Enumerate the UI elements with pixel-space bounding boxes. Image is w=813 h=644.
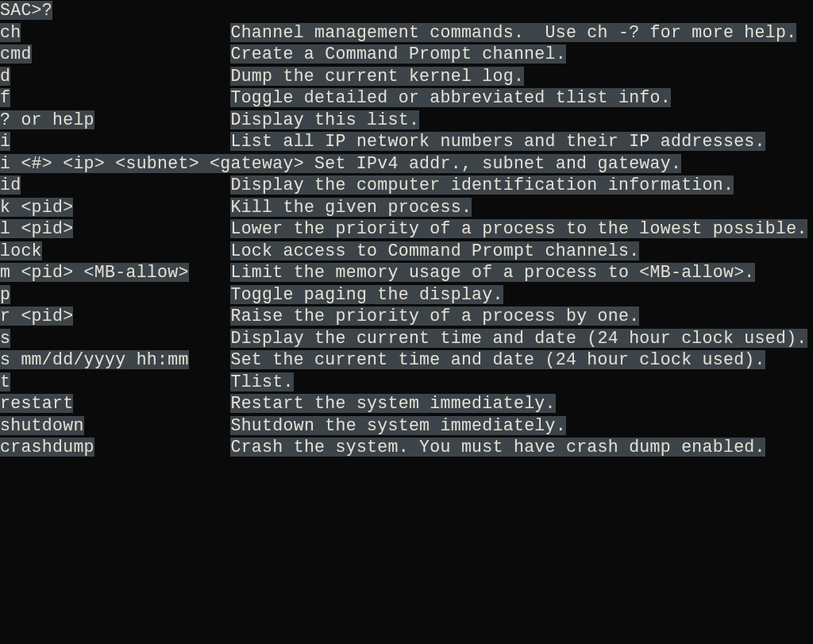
sac-terminal[interactable]: SAC>? ch Channel management commands. Us… — [0, 0, 813, 459]
